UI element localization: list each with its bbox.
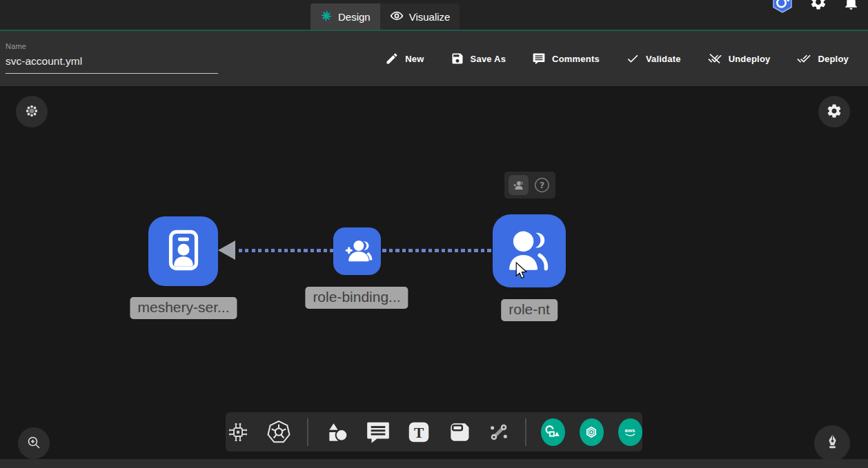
component-circuit-icon[interactable] (226, 420, 250, 445)
user-badge-icon[interactable] (771, 0, 794, 14)
design-canvas[interactable]: meshery-ser... role-binding... (0, 86, 868, 459)
check-icon (626, 52, 640, 65)
toolbar-actions: New Save As Comments Validate (381, 31, 853, 86)
notifications-bell-icon[interactable] (842, 0, 860, 11)
id-badge-icon (158, 225, 209, 278)
mouse-cursor (515, 262, 528, 283)
svg-text:?: ? (540, 180, 545, 190)
meshery-design-app: Design Visualize (0, 0, 868, 468)
people-icon (500, 221, 558, 281)
svg-text:T: T (414, 424, 424, 440)
pen-nib-icon (823, 433, 842, 454)
new-button[interactable]: New (381, 51, 428, 66)
tab-design[interactable]: Design (310, 3, 380, 30)
node-hover-menu: ? (504, 172, 555, 199)
help-icon[interactable]: ? (533, 176, 551, 194)
node-label-role-binding[interactable]: role-binding... (305, 287, 408, 309)
node-label-role[interactable]: role-nt (501, 299, 558, 321)
modules-flower-icon (25, 104, 39, 120)
shapes-icon[interactable] (323, 418, 351, 446)
meshery-hexagon-badge-icon[interactable] (580, 418, 604, 446)
svg-text:aws: aws (625, 427, 635, 434)
topbar-right-icons (771, 0, 860, 14)
kubernetes-icon[interactable] (265, 418, 293, 446)
pencil-icon (385, 52, 399, 65)
topbar: Design Visualize (0, 0, 868, 30)
meshery-logo-icon (320, 10, 333, 24)
comment-bubble-icon (532, 52, 546, 65)
text-tool-icon[interactable]: T (406, 419, 432, 445)
name-label: Name (6, 42, 218, 50)
tab-design-label: Design (338, 11, 371, 23)
deploy-button[interactable]: Deploy (792, 51, 853, 66)
node-role-binding[interactable] (333, 227, 381, 275)
comments-button[interactable]: Comments (528, 51, 604, 66)
tab-visualize-label: Visualize (409, 11, 451, 23)
node-label-service-account[interactable]: meshery-ser... (130, 297, 237, 319)
zoom-in-icon (26, 434, 42, 453)
aws-badge-icon[interactable]: aws (618, 418, 642, 446)
double-check-icon (796, 52, 811, 65)
floppy-disk-icon (451, 52, 464, 65)
canvas-settings-button[interactable] (818, 96, 850, 128)
bottom-strip (0, 459, 868, 468)
design-name-input[interactable] (6, 55, 218, 74)
pen-tool-button[interactable] (814, 425, 850, 461)
eye-icon (390, 9, 404, 25)
meshery-shapes-badge-icon[interactable] (541, 418, 565, 446)
canvas-dock: T (226, 412, 642, 451)
design-name-field: Name (6, 42, 218, 74)
edge-arrowhead (218, 241, 235, 260)
note-save-icon[interactable] (446, 419, 473, 445)
double-check-slashed-icon (707, 52, 722, 65)
comment-tool-icon[interactable] (365, 419, 391, 445)
undeploy-button[interactable]: Undeploy (703, 51, 775, 66)
node-role[interactable] (493, 214, 566, 287)
node-service-account[interactable] (148, 216, 218, 286)
person-plus-icon (342, 234, 373, 269)
dock-divider (307, 418, 308, 446)
settings-gear-icon[interactable] (809, 0, 827, 11)
modules-button[interactable] (16, 96, 48, 128)
validate-button[interactable]: Validate (622, 51, 685, 66)
edge-link-icon[interactable] (487, 420, 511, 444)
group-icon[interactable] (509, 175, 529, 195)
tab-visualize[interactable]: Visualize (380, 3, 460, 30)
zoom-in-button[interactable] (18, 427, 50, 459)
design-toolbar: Name New Save As (0, 31, 868, 86)
mode-tabs: Design Visualize (310, 3, 460, 30)
gear-icon (826, 103, 842, 121)
dock-divider (525, 418, 526, 446)
save-as-button[interactable]: Save As (446, 51, 511, 66)
